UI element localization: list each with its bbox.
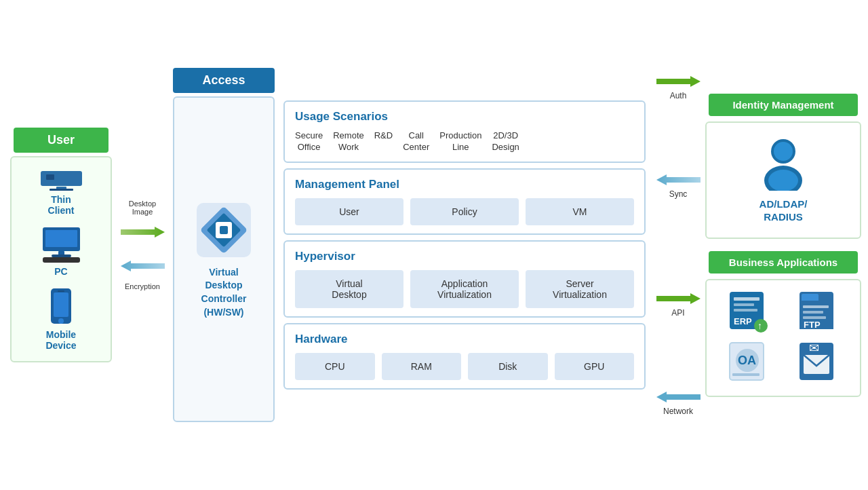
svg-rect-5	[45, 230, 77, 247]
management-items: User Policy VM	[295, 198, 634, 225]
identity-box: AD/LDAP/ RADIUS	[705, 121, 861, 239]
vdc-icon	[193, 200, 254, 261]
svg-text:✉: ✉	[809, 341, 819, 355]
desktop-image-arrow: Desktop Image Encryption	[115, 200, 170, 290]
svg-rect-19	[220, 226, 228, 234]
svg-text:FTP: FTP	[804, 320, 821, 330]
api-label: API	[671, 308, 684, 318]
usage-remote-work: RemoteWork	[333, 130, 364, 153]
hypervisor-items: VirtualDesktop ApplicationVirtualization…	[295, 270, 634, 308]
user-column: User ThinClient	[7, 128, 115, 362]
diagram: User ThinClient	[0, 0, 868, 490]
management-panel-title: Management Panel	[295, 178, 634, 191]
encryption-label: Encryption	[125, 282, 160, 290]
svg-marker-14	[121, 261, 165, 271]
usage-call-center: CallCenter	[403, 130, 429, 153]
hypervisor-app-virtualization: ApplicationVirtualization	[410, 270, 519, 308]
hardware-title: Hardware	[295, 333, 634, 346]
svg-rect-7	[52, 255, 71, 257]
ad-ldap-label: AD/LDAP/ RADIUS	[760, 197, 808, 224]
svg-marker-20	[656, 76, 701, 87]
api-connector: API	[656, 292, 701, 318]
network-label: Network	[663, 407, 693, 416]
user-box: ThinClient PC	[10, 156, 112, 362]
network-arrow-left	[656, 390, 701, 404]
erp-icon-container: ERP ↑	[728, 290, 769, 335]
usage-scenarios-items: SecureOffice RemoteWork R&D CallCenter P…	[295, 130, 634, 153]
pc-label: PC	[54, 266, 67, 277]
svg-marker-13	[121, 227, 165, 238]
ftp-icon: FTP	[798, 290, 839, 335]
svg-marker-22	[656, 293, 701, 304]
svg-rect-38	[803, 305, 829, 308]
svg-rect-29	[734, 297, 760, 301]
main-panel: Usage Scenarios SecureOffice RemoteWork …	[283, 100, 646, 390]
svg-rect-12	[58, 290, 64, 292]
access-header: Access	[173, 68, 275, 93]
management-panel-box: Management Panel User Policy VM	[283, 168, 646, 235]
svg-rect-8	[43, 257, 80, 263]
hypervisor-virtual-desktop: VirtualDesktop	[295, 270, 403, 308]
hardware-cpu: CPU	[295, 353, 375, 380]
person-icon	[760, 136, 807, 191]
access-box: VirtualDesktopController(HW/SW)	[173, 96, 275, 422]
mobile-label: MobileDevice	[45, 329, 76, 351]
usage-scenarios-title: Usage Scenarios	[295, 110, 634, 124]
svg-rect-45	[732, 373, 760, 376]
svg-text:OA: OA	[738, 354, 756, 367]
management-policy: Policy	[410, 198, 519, 225]
identity-header: Identity Management	[709, 94, 858, 116]
auth-label: Auth	[670, 91, 687, 100]
svg-text:↑: ↑	[757, 320, 762, 331]
arrow-right-svg	[121, 225, 165, 239]
hypervisor-title: Hypervisor	[295, 250, 634, 263]
thin-client-icon	[39, 168, 83, 191]
right-column: Identity Management AD/LDAP/ RADIUS Busi…	[705, 94, 861, 397]
usage-scenarios-box: Usage Scenarios SecureOffice RemoteWork …	[283, 100, 646, 163]
ftp-item: FTP	[787, 290, 850, 335]
right-connectors: Auth Sync API	[651, 48, 705, 442]
access-column: Access VirtualDesktopController(HW/SW)	[170, 68, 278, 422]
api-arrow-right	[656, 292, 701, 305]
svg-text:ERP: ERP	[734, 316, 752, 326]
erp-icon: ERP ↑	[728, 290, 769, 335]
hardware-disk: Disk	[468, 353, 548, 380]
usage-2d3d-design: 2D/3DDesign	[492, 130, 519, 153]
svg-point-27	[768, 170, 798, 191]
svg-rect-2	[50, 189, 73, 191]
mail-icon: ✉	[798, 341, 839, 385]
svg-rect-10	[54, 293, 68, 317]
svg-marker-23	[656, 392, 701, 402]
sync-connector: Sync	[656, 173, 701, 199]
svg-rect-30	[734, 303, 754, 306]
hypervisor-server-virtualization: ServerVirtualization	[526, 270, 634, 308]
svg-rect-31	[734, 309, 757, 312]
svg-point-26	[774, 142, 793, 161]
erp-item: ERP ↑	[717, 290, 780, 335]
oa-icon: OA	[728, 341, 769, 385]
svg-rect-39	[803, 311, 823, 314]
device-thin-client: ThinClient	[39, 168, 83, 216]
usage-rd: R&D	[374, 130, 393, 153]
device-mobile: MobileDevice	[45, 287, 76, 351]
svg-point-11	[58, 318, 64, 324]
usage-production-line: ProductionLine	[439, 130, 481, 153]
thin-client-label: ThinClient	[48, 194, 75, 216]
pc-icon	[39, 226, 83, 263]
management-user: User	[295, 198, 403, 225]
hardware-ram: RAM	[382, 353, 462, 380]
mobile-icon	[47, 287, 75, 326]
svg-marker-21	[656, 174, 701, 185]
sync-arrow-left	[656, 173, 701, 187]
auth-arrow-right	[656, 75, 701, 88]
business-header: Business Applications	[709, 251, 858, 274]
hardware-gpu: GPU	[555, 353, 635, 380]
sync-label: Sync	[669, 189, 688, 199]
usage-secure-office: SecureOffice	[295, 130, 323, 153]
hardware-box: Hardware CPU RAM Disk GPU	[283, 323, 646, 390]
svg-rect-40	[803, 316, 826, 319]
user-header: User	[14, 128, 108, 153]
mail-item: ✉	[787, 341, 850, 385]
arrow-left-svg	[121, 259, 165, 273]
vdc-container: VirtualDesktopController(HW/SW)	[193, 200, 254, 319]
